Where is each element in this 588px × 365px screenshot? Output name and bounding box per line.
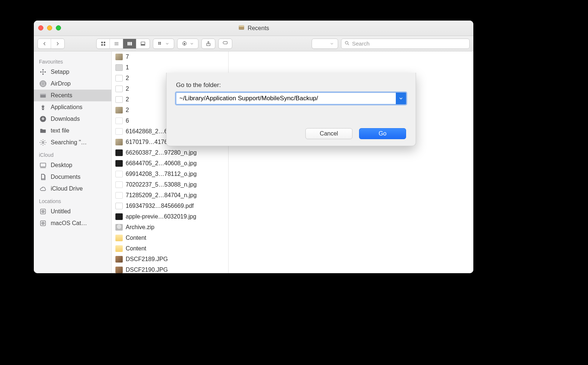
arrange-button[interactable]: [153, 39, 174, 48]
sidebar-item-label: macOS Cat…: [51, 220, 87, 227]
action-button[interactable]: [178, 39, 198, 48]
sidebar-item-untitled[interactable]: Untitled: [34, 206, 111, 217]
history-dropdown[interactable]: [396, 93, 406, 104]
file-thumb-icon: [115, 245, 123, 252]
svg-rect-14: [143, 44, 144, 45]
sidebar-item-setapp[interactable]: Setapp: [34, 66, 111, 78]
sidebar-item-label: Applications: [51, 104, 82, 111]
dialog-label: Go to the folder:: [176, 82, 406, 89]
file-name: Archive.zip: [126, 224, 154, 231]
docs-icon: [39, 173, 47, 181]
file-name: Content: [126, 235, 146, 241]
svg-point-30: [41, 82, 45, 86]
svg-rect-33: [40, 94, 46, 95]
file-name: apple-previe…6032019.jpg: [126, 213, 196, 220]
file-row[interactable]: 70202237_5…53088_n.jpg: [112, 179, 228, 190]
tags-button[interactable]: [219, 39, 232, 48]
svg-point-41: [43, 211, 43, 212]
svg-point-40: [42, 210, 44, 213]
arrange-group: [153, 39, 174, 49]
file-thumb-icon: [115, 235, 123, 241]
sidebar-item-icloud-drive[interactable]: iCloud Drive: [34, 183, 111, 195]
file-row[interactable]: DSCF2189.JPG: [112, 254, 228, 264]
svg-rect-1: [239, 25, 244, 26]
file-row[interactable]: 7: [112, 51, 228, 62]
toolbar: [34, 36, 473, 51]
tags-group: [218, 39, 232, 49]
search-input[interactable]: [352, 40, 466, 47]
svg-rect-12: [141, 42, 145, 44]
path-field-wrap: [176, 93, 406, 104]
nav-group: [37, 39, 65, 49]
dropdown-button[interactable]: [312, 39, 338, 48]
svg-rect-26: [42, 73, 44, 75]
apps-icon: [39, 104, 47, 111]
search-icon: [344, 40, 350, 47]
file-name: DSCF2190.JPG: [126, 267, 168, 273]
sidebar-item-recents[interactable]: Recents: [34, 90, 111, 101]
share-group: [201, 39, 215, 49]
sidebar-item-searching-[interactable]: Searching "…: [34, 137, 111, 148]
svg-point-36: [42, 142, 44, 144]
svg-rect-15: [144, 44, 145, 45]
svg-rect-4: [101, 44, 103, 46]
file-name: 71285209_2…84704_n.jpg: [126, 192, 197, 199]
sidebar-item-desktop[interactable]: Desktop: [34, 159, 111, 171]
minimize-button[interactable]: [47, 25, 52, 30]
file-row[interactable]: 66260387_2…97280_n.jpg: [112, 147, 228, 158]
cancel-button[interactable]: Cancel: [305, 128, 352, 139]
sidebar-item-text-file[interactable]: text file: [34, 125, 111, 137]
file-row[interactable]: 1: [112, 62, 228, 73]
svg-rect-11: [130, 42, 132, 45]
path-input[interactable]: [176, 93, 406, 104]
svg-point-22: [345, 41, 348, 44]
file-row[interactable]: DSCF2190.JPG: [112, 264, 228, 273]
sidebar-item-applications[interactable]: Applications: [34, 101, 111, 113]
file-row[interactable]: Archive.zip: [112, 222, 228, 232]
icon-view[interactable]: [97, 39, 110, 48]
file-name: 2: [126, 96, 129, 103]
forward-button[interactable]: [51, 39, 64, 48]
file-row[interactable]: 66844705_2…40608_o.jpg: [112, 158, 228, 169]
zoom-button[interactable]: [56, 25, 61, 30]
svg-line-23: [348, 44, 349, 45]
file-row[interactable]: 69914208_3…78112_o.jpg: [112, 169, 228, 179]
window-title: Recents: [238, 24, 269, 32]
disk-icon: [39, 220, 47, 227]
file-name: 1: [126, 64, 129, 71]
sidebar-item-macos-cat-[interactable]: macOS Cat…: [34, 217, 111, 229]
file-name: 66260387_2…97280_n.jpg: [126, 149, 197, 156]
go-button[interactable]: Go: [359, 128, 406, 139]
svg-rect-3: [104, 41, 105, 43]
file-row[interactable]: Content: [112, 232, 228, 243]
gallery-view[interactable]: [136, 39, 150, 48]
finder-window: Recents: [34, 21, 473, 273]
share-button[interactable]: [202, 39, 215, 48]
search-field[interactable]: [341, 39, 470, 49]
sidebar-item-documents[interactable]: Documents: [34, 171, 111, 183]
file-name: 169347932…8456669.pdf: [126, 203, 194, 209]
sidebar-item-downloads[interactable]: Downloads: [34, 113, 111, 125]
column-view[interactable]: [123, 39, 136, 48]
file-name: Content: [126, 245, 146, 252]
sidebar-item-label: Documents: [51, 174, 80, 180]
sidebar-item-label: Recents: [51, 92, 72, 99]
list-view[interactable]: [110, 39, 123, 48]
close-button[interactable]: [38, 25, 43, 30]
file-row[interactable]: Content: [112, 243, 228, 254]
recents-icon: [39, 92, 47, 99]
sidebar-item-airdrop[interactable]: AirDrop: [34, 78, 111, 90]
setapp-icon: [39, 68, 47, 76]
svg-point-43: [42, 222, 44, 225]
window-controls: [38, 25, 61, 30]
file-row[interactable]: apple-previe…6032019.jpg: [112, 211, 228, 222]
back-button[interactable]: [38, 39, 51, 48]
file-thumb-icon: [115, 107, 123, 113]
sidebar-item-label: Downloads: [51, 116, 80, 122]
file-row[interactable]: 71285209_2…84704_n.jpg: [112, 190, 228, 200]
file-row[interactable]: 169347932…8456669.pdf: [112, 200, 228, 211]
dropdown-group: [312, 39, 338, 49]
cloud-icon: [39, 185, 47, 192]
sidebar-item-label: Desktop: [51, 162, 72, 169]
go-to-folder-dialog: Go to the folder: Cancel Go: [166, 73, 416, 146]
